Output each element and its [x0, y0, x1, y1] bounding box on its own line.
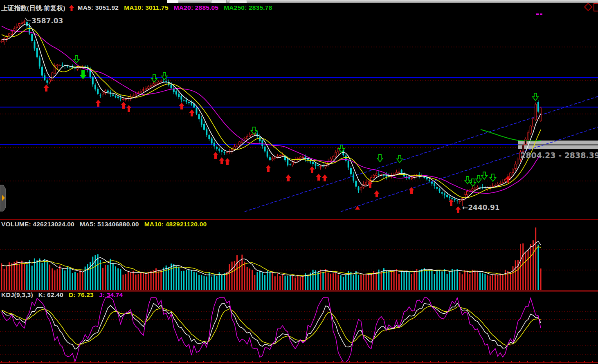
kdj-name: KDJ(9,3,3)	[1, 291, 33, 299]
kdj-j-value: J: 34.74	[99, 291, 123, 299]
top-right-icons	[0, 0, 598, 18]
square-marker-icon	[594, 3, 598, 11]
volume-header: VOLUME: 426213024.00 MA5: 513406880.00 M…	[1, 221, 207, 228]
svg-text:2804.23 - 2838.39: 2804.23 - 2838.39	[520, 151, 598, 160]
svg-text:←2440.91: ←2440.91	[462, 203, 500, 212]
kdj-header: KDJ(9,3,3) K: 62.40 D: 76.23 J: 34.74	[1, 291, 123, 299]
kdj-d-value: D: 76.23	[69, 291, 94, 299]
magenta-dash-marker	[536, 13, 542, 15]
diamond-marker-icon	[585, 3, 592, 11]
volume-ma5-value: MA5: 513406880.00	[80, 221, 139, 228]
kdj-k-value: K: 62.40	[38, 291, 63, 299]
chart-canvas[interactable]: 3587.03←2440.912804.23 - 2838.39	[0, 0, 598, 364]
volume-value: VOLUME: 426213024.00	[1, 221, 74, 228]
volume-ma10-value: MA10: 482921120.00	[144, 221, 207, 228]
sidebar-expand-tab[interactable]	[0, 184, 7, 214]
stock-chart-window: 3587.03←2440.912804.23 - 2838.39 上证指数(日线…	[0, 0, 598, 364]
